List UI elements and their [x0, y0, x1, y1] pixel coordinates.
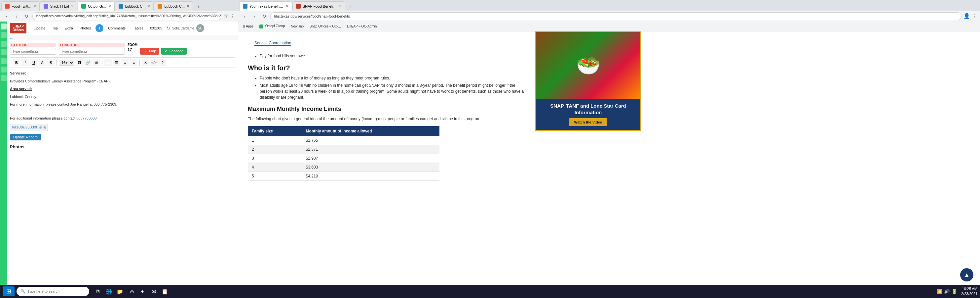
forward-button[interactable]: ›	[13, 12, 21, 20]
tab-close-snapfood[interactable]: ✕	[339, 4, 342, 8]
profile-icon-right[interactable]: 👤	[964, 13, 970, 19]
font-color-button[interactable]: A	[39, 59, 46, 66]
menu-icon[interactable]: ⋮	[230, 13, 235, 19]
lheap-form: LATITUDE LONGITUDE ZOOM 17	[7, 40, 238, 285]
clear-button[interactable]: ✕	[142, 59, 149, 66]
mail-icon[interactable]: ✉	[149, 287, 159, 296]
income-heading: Maximum Monthly Income Limits	[248, 106, 525, 112]
code-button[interactable]: </>	[150, 59, 158, 66]
editor-toolbar: B I U A S 16+ 12 14 🖼 🔗 ⊞ —	[10, 57, 235, 68]
reload-button[interactable]: ↻	[22, 12, 30, 20]
tab-close-txbenefits[interactable]: ✕	[286, 4, 288, 8]
add-button[interactable]: +	[95, 24, 103, 32]
reload-button-right[interactable]: ↻	[260, 12, 268, 20]
tab-tx-benefits[interactable]: Your Texas Benefits – Learn ✕	[239, 1, 292, 11]
chrome-icon[interactable]: ●	[137, 287, 147, 296]
link-icon[interactable]: 🔗	[38, 125, 42, 130]
tab-close-lubbock2[interactable]: ✕	[187, 4, 189, 8]
new-tab-button[interactable]: +	[195, 3, 202, 11]
tab-lubbock1[interactable]: Lubbock C... ✕	[115, 1, 154, 11]
longitude-field: LONGITUDE	[59, 43, 125, 54]
apps-newtab[interactable]: New Tab	[289, 24, 305, 29]
watch-video-button[interactable]: Watch the Video	[569, 118, 608, 126]
tab-close-octopi[interactable]: ✕	[108, 4, 111, 8]
tab-octopi[interactable]: Octopi Gr... ✕	[78, 1, 115, 11]
geocode-button[interactable]: ✓ Geocode	[161, 48, 187, 54]
nav-comments[interactable]: Comments	[105, 25, 128, 31]
browser-chrome-left: Food Twitt... ✕ Slack | ! Lot ✕ Octopi G…	[0, 0, 238, 21]
taskview-icon[interactable]: ⧉	[92, 287, 102, 296]
font-size-select[interactable]: 16+ 12 14	[59, 59, 74, 66]
nav-update[interactable]: Update	[31, 25, 48, 31]
menu-icon-right[interactable]: ⋮	[972, 13, 977, 19]
left-panel: Food Twitt... ✕ Slack | ! Lot ✕ Octopi G…	[0, 0, 238, 285]
tab-snap-food[interactable]: SNAP Food Benefits | Texas Hea... ✕	[293, 1, 345, 11]
taskbar-search[interactable]: 🔍	[16, 287, 89, 296]
ul-button[interactable]: ☰	[113, 59, 120, 66]
table-button[interactable]: ⊞	[93, 59, 100, 66]
network-icon[interactable]: 📶	[936, 289, 942, 294]
nav-tables[interactable]: Tables	[130, 25, 146, 31]
tab-lubbock2[interactable]: Lubbock C... ✕	[154, 1, 193, 11]
tab-close-food[interactable]: ✕	[33, 4, 36, 8]
ol-button[interactable]: ≡	[122, 59, 129, 66]
link-copy-icon[interactable]: ⎘	[44, 125, 46, 130]
service-coord-link[interactable]: Service Coordination	[255, 41, 291, 46]
sidebar-home-icon[interactable]	[1, 24, 6, 29]
start-button[interactable]: ⊞	[3, 287, 14, 296]
back-button[interactable]: ‹	[3, 12, 11, 20]
sidebar-chart-icon[interactable]	[1, 49, 6, 55]
strikethrough-button[interactable]: S	[47, 59, 54, 66]
new-tab-button-right[interactable]: +	[347, 3, 355, 11]
nav-top[interactable]: Top	[49, 25, 60, 31]
map-button[interactable]: 📍 Map	[140, 48, 159, 54]
search-input[interactable]	[27, 289, 80, 293]
tab-label-slack: Slack | ! Lot	[50, 4, 69, 8]
volume-icon[interactable]: 🔊	[944, 289, 950, 294]
tel-link[interactable]: tel:18067753000	[12, 125, 37, 130]
tab-close-lubbock1[interactable]: ✕	[147, 4, 150, 8]
indent-button[interactable]: ≡	[130, 59, 137, 66]
bookmark-icon[interactable]: ☆	[223, 13, 228, 19]
tab-close-slack[interactable]: ✕	[71, 4, 74, 8]
hr-button[interactable]: —	[104, 59, 112, 66]
sidebar-message-icon[interactable]	[1, 67, 6, 72]
sidebar-settings-icon[interactable]	[1, 58, 6, 64]
tab-food-twitter[interactable]: Food Twitt... ✕	[1, 1, 40, 11]
tab-slack[interactable]: Slack | ! Lot ✕	[40, 1, 77, 11]
sync-icon[interactable]: ↻	[166, 26, 170, 31]
phone-link[interactable]: 8067753000	[76, 116, 97, 120]
address-bar-left[interactable]: lheapoffices.com/oc-admin/listing_edit.p…	[32, 12, 221, 20]
underline-button[interactable]: U	[30, 59, 37, 66]
apps-snapoffices[interactable]: Snap Offices – OC-...	[308, 24, 343, 29]
edge-icon[interactable]: 🌐	[104, 287, 114, 296]
nav-extra[interactable]: Extra	[62, 25, 76, 31]
help-button[interactable]: ?	[159, 59, 166, 66]
store-icon[interactable]: 🛍	[126, 287, 136, 296]
italic-button[interactable]: I	[21, 59, 29, 66]
app-icon-5[interactable]: 📋	[160, 287, 170, 296]
sidebar-upload-icon[interactable]	[1, 75, 6, 81]
bold-button[interactable]: B	[13, 59, 20, 66]
sidebar-map-icon[interactable]	[1, 41, 6, 47]
longitude-input[interactable]	[59, 48, 125, 54]
link-button[interactable]: 🔗	[84, 59, 92, 66]
table-row: 2$2,371	[248, 145, 439, 154]
scroll-up-button[interactable]: ▲	[960, 268, 974, 282]
latitude-input[interactable]	[10, 48, 56, 54]
apps-octopi[interactable]: Octopi Group	[258, 24, 287, 29]
update-record-button[interactable]: Update Record	[10, 134, 41, 140]
apps-lheap[interactable]: LHEAP – OC-Admin...	[345, 24, 382, 29]
image-button[interactable]: 🖼	[76, 59, 83, 66]
sidebar-list-icon[interactable]	[1, 32, 6, 38]
additional-info: For additional information please contac…	[10, 115, 235, 122]
forward-button-right[interactable]: ›	[250, 12, 258, 20]
explorer-icon[interactable]: 📁	[115, 287, 125, 296]
address-bar-right[interactable]: hhs.texas.gov/services/food/snap-food-be…	[270, 12, 961, 20]
table-row: 3$2,987	[248, 154, 439, 163]
nav-photos[interactable]: Photos	[77, 25, 94, 31]
battery-icon[interactable]: 🔋	[951, 289, 957, 294]
apps-label[interactable]: ⊞ Apps	[240, 24, 255, 29]
back-button-right[interactable]: ‹	[240, 12, 248, 20]
table-row: 4$3,603	[248, 163, 439, 172]
